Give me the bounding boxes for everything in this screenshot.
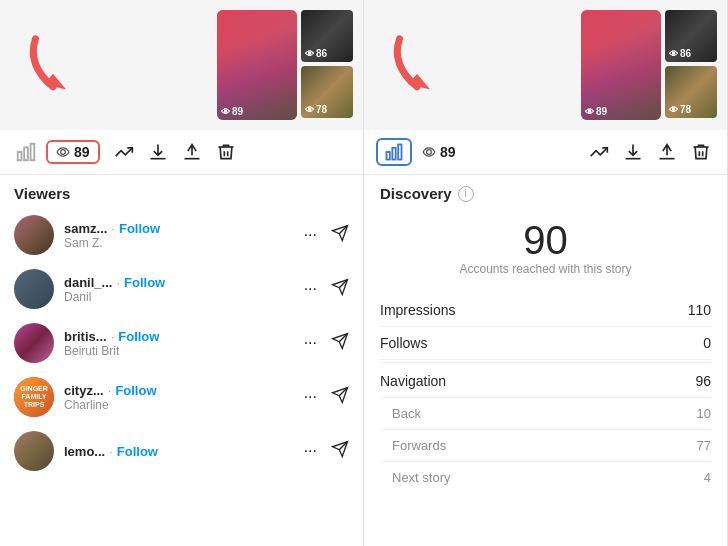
metric-forwards: Forwards 77 xyxy=(380,430,711,462)
viewer-item: danil_... · Follow Danil ··· xyxy=(0,262,363,316)
impressions-value: 110 xyxy=(688,302,711,318)
more-options-icon[interactable]: ··· xyxy=(300,442,321,460)
follow-button[interactable]: Follow xyxy=(115,383,156,398)
viewer-info: cityz... · Follow Charline xyxy=(64,383,290,412)
avatar xyxy=(14,431,54,471)
svg-rect-17 xyxy=(392,148,395,160)
viewer-handle: cityz... xyxy=(64,383,104,398)
reach-label: Accounts reached with this story xyxy=(380,262,711,276)
more-options-icon[interactable]: ··· xyxy=(300,226,321,244)
metric-back: Back 10 xyxy=(380,398,711,430)
story-thumbnails-right: 👁 89 👁 86 👁 78 xyxy=(581,10,717,120)
trash-icon[interactable] xyxy=(212,138,240,166)
viewer-item: GINGERFAMILYTRIPS cityz... · Follow Char… xyxy=(0,370,363,424)
story-preview-left: 👁 89 👁 86 👁 78 xyxy=(0,0,363,130)
send-icon[interactable] xyxy=(331,278,349,300)
avatar xyxy=(14,269,54,309)
share-icon-right[interactable] xyxy=(653,138,681,166)
viewer-real-name: Sam Z. xyxy=(64,236,290,250)
right-panel: 👁 89 👁 86 👁 78 xyxy=(364,0,728,546)
svg-point-19 xyxy=(427,150,432,155)
main-thumb-count: 👁 89 xyxy=(221,106,243,117)
viewer-handle: lemo... xyxy=(64,444,105,459)
next-story-value: 4 xyxy=(704,470,711,485)
thumb-small-2: 👁 78 xyxy=(301,66,353,118)
back-label: Back xyxy=(380,406,421,421)
main-thumbnail: 👁 89 xyxy=(217,10,297,120)
viewer-item: britis... · Follow Beiruti Brit ··· xyxy=(0,316,363,370)
follow-button[interactable]: Follow xyxy=(124,275,165,290)
next-story-label: Next story xyxy=(380,470,451,485)
viewer-list: samz... · Follow Sam Z. ··· danil_... · … xyxy=(0,208,363,546)
svg-rect-18 xyxy=(398,145,401,160)
viewer-handle: danil_... xyxy=(64,275,112,290)
stats-icon-box[interactable] xyxy=(376,138,412,166)
viewer-count-right: 89 xyxy=(440,144,456,160)
viewer-item: lemo... · Follow ··· xyxy=(0,424,363,478)
viewer-info: danil_... · Follow Danil xyxy=(64,275,290,304)
viewer-item: samz... · Follow Sam Z. ··· xyxy=(0,208,363,262)
thumb2-count: 👁 78 xyxy=(305,104,327,115)
small-thumbnails-right: 👁 86 👁 78 xyxy=(665,10,717,118)
avatar: GINGERFAMILYTRIPS xyxy=(14,377,54,417)
viewer-handle: britis... xyxy=(64,329,107,344)
viewers-title: Viewers xyxy=(0,175,363,208)
avatar xyxy=(14,215,54,255)
more-options-icon[interactable]: ··· xyxy=(300,280,321,298)
thumb-small-r2: 👁 78 xyxy=(665,66,717,118)
toolbar-left: 89 xyxy=(0,130,363,175)
follow-button[interactable]: Follow xyxy=(119,221,160,236)
thumb-small-r1: 👁 86 xyxy=(665,10,717,62)
viewer-real-name: Beiruti Brit xyxy=(64,344,290,358)
share-icon[interactable] xyxy=(178,138,206,166)
toolbar-right: 89 xyxy=(364,130,727,175)
navigation-label: Navigation xyxy=(380,373,446,389)
send-icon[interactable] xyxy=(331,386,349,408)
small-thumbnails: 👁 86 👁 78 xyxy=(301,10,353,118)
follow-button[interactable]: Follow xyxy=(118,329,159,344)
story-preview-right: 👁 89 👁 86 👁 78 xyxy=(364,0,727,130)
send-icon[interactable] xyxy=(331,332,349,354)
story-thumbnails: 👁 89 👁 86 👁 78 xyxy=(217,10,353,120)
svg-rect-2 xyxy=(24,147,28,160)
metric-follows: Follows 0 xyxy=(380,327,711,360)
arrow-indicator-right xyxy=(382,30,452,104)
viewer-info: samz... · Follow Sam Z. xyxy=(64,221,290,250)
viewer-count-box: 89 xyxy=(46,140,100,164)
navigation-value: 96 xyxy=(695,373,711,389)
viewer-real-name: Charline xyxy=(64,398,290,412)
svg-rect-1 xyxy=(18,152,22,160)
more-options-icon[interactable]: ··· xyxy=(300,388,321,406)
download-icon[interactable] xyxy=(144,138,172,166)
metric-impressions: Impressions 110 xyxy=(380,294,711,327)
reach-count: 90 xyxy=(380,218,711,262)
more-options-icon[interactable]: ··· xyxy=(300,334,321,352)
svg-point-4 xyxy=(61,150,66,155)
left-panel: 👁 89 👁 86 👁 78 xyxy=(0,0,364,546)
send-icon[interactable] xyxy=(331,440,349,462)
trash-icon-right[interactable] xyxy=(687,138,715,166)
trending-icon-right[interactable] xyxy=(585,138,613,166)
thumb-small-1: 👁 86 xyxy=(301,10,353,62)
discovery-section: Discovery i 90 Accounts reached with thi… xyxy=(364,175,727,546)
info-icon[interactable]: i xyxy=(458,186,474,202)
viewer-info: lemo... · Follow xyxy=(64,444,290,459)
main-thumb-count-right: 👁 89 xyxy=(585,106,607,117)
metric-navigation: Navigation 96 xyxy=(380,365,711,398)
follow-button[interactable]: Follow xyxy=(117,444,158,459)
discovery-title: Discovery xyxy=(380,185,452,202)
viewer-handle: samz... xyxy=(64,221,107,236)
metric-next-story: Next story 4 xyxy=(380,462,711,493)
avatar xyxy=(14,323,54,363)
back-value: 10 xyxy=(697,406,711,421)
viewer-real-name: Danil xyxy=(64,290,290,304)
trending-icon[interactable] xyxy=(110,138,138,166)
chart-bar-icon[interactable] xyxy=(12,138,40,166)
download-icon-right[interactable] xyxy=(619,138,647,166)
impressions-label: Impressions xyxy=(380,302,455,318)
forwards-value: 77 xyxy=(697,438,711,453)
follows-label: Follows xyxy=(380,335,427,351)
send-icon[interactable] xyxy=(331,224,349,246)
thumb1-count: 👁 86 xyxy=(305,48,327,59)
follows-value: 0 xyxy=(703,335,711,351)
